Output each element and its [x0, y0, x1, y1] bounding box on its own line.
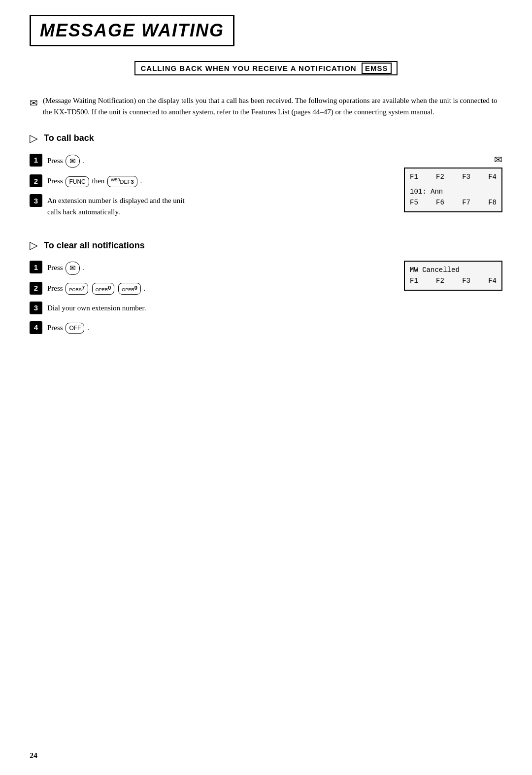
- arrow-icon-2: ▷: [30, 239, 38, 252]
- call-back-steps-left: 1 Press ✉ . 2 Press FUNC then W50DEF3: [30, 154, 394, 225]
- display-screen-1: F1 F2 F3 F4 101: Ann F5 F6 F7 F8: [404, 168, 502, 212]
- pors7-key: PORS7: [66, 283, 88, 295]
- step-number-c1: 1: [30, 261, 42, 273]
- subsection-clear-title: ▷ To clear all notifications: [30, 239, 502, 252]
- step-2-content: Press FUNC then W50DEF3 .: [47, 174, 394, 187]
- step-c3-content: Dial your own extension number.: [47, 302, 394, 314]
- call-back-steps-area: 1 Press ✉ . 2 Press FUNC then W50DEF3: [30, 154, 502, 225]
- page-title: MESSAGE WAITING: [40, 20, 224, 40]
- step-number-c2: 2: [30, 282, 42, 295]
- step-number-c3: 3: [30, 302, 42, 314]
- oper0-key-1: OPER0: [92, 283, 115, 295]
- section-heading-wrapper: CALLING BACK WHEN YOU RECEIVE A NOTIFICA…: [30, 61, 502, 85]
- oper0-key-2: OPER0: [118, 283, 141, 295]
- step-number-2: 2: [30, 174, 42, 187]
- step-number-1: 1: [30, 154, 42, 167]
- envelope-icon: ✉: [30, 96, 38, 111]
- intro-text: (Message Waiting Notification) on the di…: [43, 95, 502, 118]
- subsection-call-back-title: ▷ To call back: [30, 132, 502, 145]
- clear-steps-left: 1 Press ✉ . 2 Press PORS7 OPER0: [30, 261, 394, 341]
- off-key: OFF: [66, 323, 84, 334]
- phone-key-1: ✉: [66, 155, 80, 168]
- step-number-c4: 4: [30, 321, 42, 334]
- step-row: 2 Press PORS7 OPER0 OPER0 .: [30, 282, 394, 295]
- step-row: 3 Dial your own extension number.: [30, 302, 394, 314]
- subsection-label-2: To clear all notifications: [44, 240, 145, 251]
- intro-paragraph: ✉ (Message Waiting Notification) on the …: [30, 95, 502, 118]
- page-number: 24: [30, 751, 37, 760]
- display-panel-call-back: ✉ F1 F2 F3 F4 101: Ann F5 F6 F7 F8: [404, 154, 502, 225]
- step-row: 2 Press FUNC then W50DEF3 .: [30, 174, 394, 187]
- page-title-box: MESSAGE WAITING: [30, 15, 234, 46]
- step-row: 1 Press ✉ .: [30, 261, 394, 275]
- step-1-content: Press ✉ .: [47, 154, 394, 168]
- step-3-content: An extension number is displayed and the…: [47, 194, 394, 217]
- display-panel-clear: MW Cancelled F1 F2 F3 F4: [404, 261, 502, 341]
- display-envelope: ✉: [404, 154, 502, 166]
- display-screen-2: MW Cancelled F1 F2 F3 F4: [404, 261, 502, 291]
- clear-steps-area: 1 Press ✉ . 2 Press PORS7 OPER0: [30, 261, 502, 341]
- subsection-label: To call back: [44, 133, 94, 143]
- arrow-icon: ▷: [30, 132, 38, 145]
- step-c1-content: Press ✉ .: [47, 261, 394, 275]
- phone-key-c1: ✉: [66, 262, 80, 275]
- step-c2-content: Press PORS7 OPER0 OPER0 .: [47, 282, 394, 295]
- step-row: 4 Press OFF .: [30, 321, 394, 334]
- section-heading: CALLING BACK WHEN YOU RECEIVE A NOTIFICA…: [134, 61, 397, 75]
- step-row: 3 An extension number is displayed and t…: [30, 194, 394, 217]
- step-c4-content: Press OFF .: [47, 321, 394, 334]
- func-key: FUNC: [66, 176, 89, 187]
- emss-badge: EMSS: [362, 63, 392, 74]
- def3-key: W50DEF3: [107, 176, 137, 187]
- step-row: 1 Press ✉ .: [30, 154, 394, 168]
- step-number-3: 3: [30, 194, 42, 207]
